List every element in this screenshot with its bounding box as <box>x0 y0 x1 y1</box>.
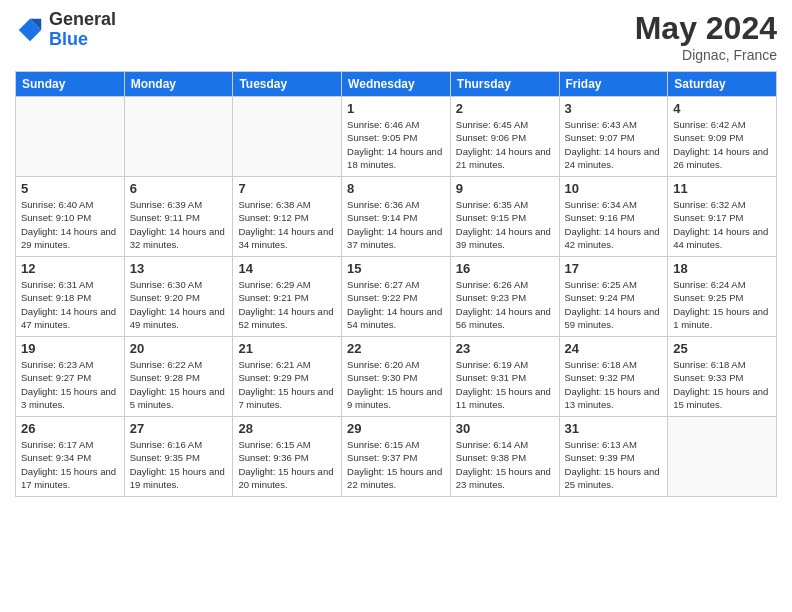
day-info: Sunrise: 6:14 AMSunset: 9:38 PMDaylight:… <box>456 438 554 491</box>
logo-general: General <box>49 10 116 30</box>
col-thursday: Thursday <box>450 72 559 97</box>
calendar-cell: 11Sunrise: 6:32 AMSunset: 9:17 PMDayligh… <box>668 177 777 257</box>
day-number: 12 <box>21 261 119 276</box>
day-info: Sunrise: 6:15 AMSunset: 9:36 PMDaylight:… <box>238 438 336 491</box>
day-number: 1 <box>347 101 445 116</box>
col-friday: Friday <box>559 72 668 97</box>
day-number: 16 <box>456 261 554 276</box>
day-number: 17 <box>565 261 663 276</box>
day-info: Sunrise: 6:18 AMSunset: 9:33 PMDaylight:… <box>673 358 771 411</box>
calendar-cell: 24Sunrise: 6:18 AMSunset: 9:32 PMDayligh… <box>559 337 668 417</box>
calendar-cell: 29Sunrise: 6:15 AMSunset: 9:37 PMDayligh… <box>342 417 451 497</box>
day-info: Sunrise: 6:30 AMSunset: 9:20 PMDaylight:… <box>130 278 228 331</box>
calendar: Sunday Monday Tuesday Wednesday Thursday… <box>15 71 777 497</box>
calendar-cell: 8Sunrise: 6:36 AMSunset: 9:14 PMDaylight… <box>342 177 451 257</box>
calendar-cell: 25Sunrise: 6:18 AMSunset: 9:33 PMDayligh… <box>668 337 777 417</box>
col-wednesday: Wednesday <box>342 72 451 97</box>
day-info: Sunrise: 6:39 AMSunset: 9:11 PMDaylight:… <box>130 198 228 251</box>
logo: General Blue <box>15 10 116 50</box>
day-number: 24 <box>565 341 663 356</box>
day-number: 4 <box>673 101 771 116</box>
location: Dignac, France <box>635 47 777 63</box>
calendar-cell: 30Sunrise: 6:14 AMSunset: 9:38 PMDayligh… <box>450 417 559 497</box>
calendar-cell <box>668 417 777 497</box>
day-number: 11 <box>673 181 771 196</box>
day-number: 20 <box>130 341 228 356</box>
day-info: Sunrise: 6:34 AMSunset: 9:16 PMDaylight:… <box>565 198 663 251</box>
day-info: Sunrise: 6:15 AMSunset: 9:37 PMDaylight:… <box>347 438 445 491</box>
calendar-cell: 23Sunrise: 6:19 AMSunset: 9:31 PMDayligh… <box>450 337 559 417</box>
page: General Blue May 2024 Dignac, France Sun… <box>0 0 792 612</box>
day-info: Sunrise: 6:26 AMSunset: 9:23 PMDaylight:… <box>456 278 554 331</box>
day-info: Sunrise: 6:13 AMSunset: 9:39 PMDaylight:… <box>565 438 663 491</box>
calendar-week-row: 1Sunrise: 6:46 AMSunset: 9:05 PMDaylight… <box>16 97 777 177</box>
col-sunday: Sunday <box>16 72 125 97</box>
day-number: 3 <box>565 101 663 116</box>
day-number: 30 <box>456 421 554 436</box>
day-number: 9 <box>456 181 554 196</box>
calendar-cell: 1Sunrise: 6:46 AMSunset: 9:05 PMDaylight… <box>342 97 451 177</box>
calendar-header-row: Sunday Monday Tuesday Wednesday Thursday… <box>16 72 777 97</box>
calendar-cell: 4Sunrise: 6:42 AMSunset: 9:09 PMDaylight… <box>668 97 777 177</box>
day-number: 10 <box>565 181 663 196</box>
day-info: Sunrise: 6:42 AMSunset: 9:09 PMDaylight:… <box>673 118 771 171</box>
day-number: 25 <box>673 341 771 356</box>
logo-icon <box>15 15 45 45</box>
logo-blue: Blue <box>49 30 116 50</box>
day-number: 13 <box>130 261 228 276</box>
day-info: Sunrise: 6:23 AMSunset: 9:27 PMDaylight:… <box>21 358 119 411</box>
day-number: 27 <box>130 421 228 436</box>
calendar-cell: 20Sunrise: 6:22 AMSunset: 9:28 PMDayligh… <box>124 337 233 417</box>
calendar-cell: 31Sunrise: 6:13 AMSunset: 9:39 PMDayligh… <box>559 417 668 497</box>
day-number: 26 <box>21 421 119 436</box>
day-info: Sunrise: 6:25 AMSunset: 9:24 PMDaylight:… <box>565 278 663 331</box>
col-monday: Monday <box>124 72 233 97</box>
day-number: 6 <box>130 181 228 196</box>
calendar-cell: 2Sunrise: 6:45 AMSunset: 9:06 PMDaylight… <box>450 97 559 177</box>
day-number: 31 <box>565 421 663 436</box>
col-tuesday: Tuesday <box>233 72 342 97</box>
day-number: 2 <box>456 101 554 116</box>
calendar-cell: 21Sunrise: 6:21 AMSunset: 9:29 PMDayligh… <box>233 337 342 417</box>
day-info: Sunrise: 6:36 AMSunset: 9:14 PMDaylight:… <box>347 198 445 251</box>
day-info: Sunrise: 6:45 AMSunset: 9:06 PMDaylight:… <box>456 118 554 171</box>
col-saturday: Saturday <box>668 72 777 97</box>
day-info: Sunrise: 6:43 AMSunset: 9:07 PMDaylight:… <box>565 118 663 171</box>
day-info: Sunrise: 6:22 AMSunset: 9:28 PMDaylight:… <box>130 358 228 411</box>
calendar-cell: 22Sunrise: 6:20 AMSunset: 9:30 PMDayligh… <box>342 337 451 417</box>
day-info: Sunrise: 6:20 AMSunset: 9:30 PMDaylight:… <box>347 358 445 411</box>
day-info: Sunrise: 6:18 AMSunset: 9:32 PMDaylight:… <box>565 358 663 411</box>
calendar-cell: 3Sunrise: 6:43 AMSunset: 9:07 PMDaylight… <box>559 97 668 177</box>
day-info: Sunrise: 6:35 AMSunset: 9:15 PMDaylight:… <box>456 198 554 251</box>
day-number: 29 <box>347 421 445 436</box>
calendar-cell: 18Sunrise: 6:24 AMSunset: 9:25 PMDayligh… <box>668 257 777 337</box>
day-info: Sunrise: 6:24 AMSunset: 9:25 PMDaylight:… <box>673 278 771 331</box>
calendar-cell: 7Sunrise: 6:38 AMSunset: 9:12 PMDaylight… <box>233 177 342 257</box>
day-number: 19 <box>21 341 119 356</box>
day-info: Sunrise: 6:40 AMSunset: 9:10 PMDaylight:… <box>21 198 119 251</box>
calendar-cell: 10Sunrise: 6:34 AMSunset: 9:16 PMDayligh… <box>559 177 668 257</box>
header: General Blue May 2024 Dignac, France <box>15 10 777 63</box>
day-number: 8 <box>347 181 445 196</box>
logo-text: General Blue <box>49 10 116 50</box>
day-number: 21 <box>238 341 336 356</box>
calendar-cell <box>124 97 233 177</box>
day-number: 22 <box>347 341 445 356</box>
day-number: 7 <box>238 181 336 196</box>
day-number: 18 <box>673 261 771 276</box>
calendar-cell: 12Sunrise: 6:31 AMSunset: 9:18 PMDayligh… <box>16 257 125 337</box>
day-info: Sunrise: 6:38 AMSunset: 9:12 PMDaylight:… <box>238 198 336 251</box>
day-number: 23 <box>456 341 554 356</box>
day-number: 14 <box>238 261 336 276</box>
calendar-cell: 5Sunrise: 6:40 AMSunset: 9:10 PMDaylight… <box>16 177 125 257</box>
day-info: Sunrise: 6:27 AMSunset: 9:22 PMDaylight:… <box>347 278 445 331</box>
day-info: Sunrise: 6:32 AMSunset: 9:17 PMDaylight:… <box>673 198 771 251</box>
calendar-cell: 19Sunrise: 6:23 AMSunset: 9:27 PMDayligh… <box>16 337 125 417</box>
calendar-cell <box>16 97 125 177</box>
calendar-cell: 13Sunrise: 6:30 AMSunset: 9:20 PMDayligh… <box>124 257 233 337</box>
calendar-cell: 26Sunrise: 6:17 AMSunset: 9:34 PMDayligh… <box>16 417 125 497</box>
calendar-cell: 14Sunrise: 6:29 AMSunset: 9:21 PMDayligh… <box>233 257 342 337</box>
day-info: Sunrise: 6:17 AMSunset: 9:34 PMDaylight:… <box>21 438 119 491</box>
day-info: Sunrise: 6:16 AMSunset: 9:35 PMDaylight:… <box>130 438 228 491</box>
day-number: 5 <box>21 181 119 196</box>
